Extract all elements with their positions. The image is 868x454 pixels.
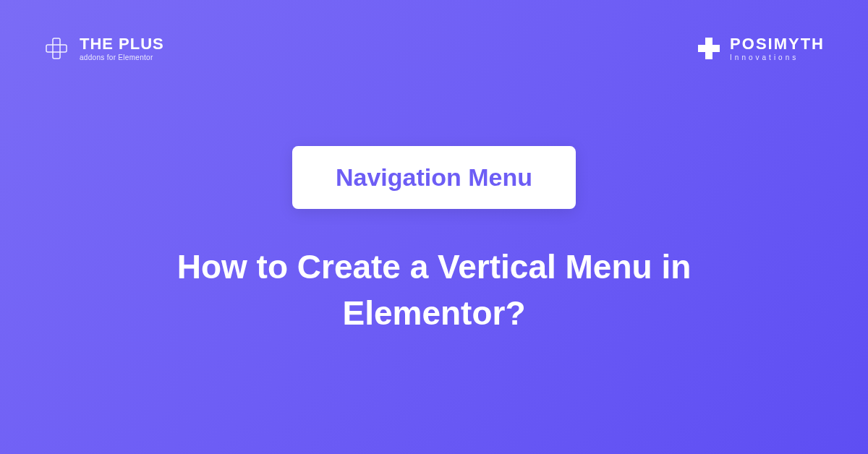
main-content: Navigation Menu How to Create a Vertical… xyxy=(0,146,868,337)
posimyth-logo-text: POSIMYTH Innovations xyxy=(730,35,825,61)
plus-icon xyxy=(43,35,69,61)
posimyth-logo: POSIMYTH Innovations xyxy=(697,35,825,61)
svg-rect-6 xyxy=(705,52,712,59)
svg-rect-1 xyxy=(46,45,67,52)
svg-rect-5 xyxy=(712,45,720,52)
page-title: How to Create a Vertical Menu in Element… xyxy=(109,244,760,337)
the-plus-title: THE PLUS xyxy=(80,35,164,53)
the-plus-subtitle: addons for Elementor xyxy=(80,53,164,61)
svg-rect-0 xyxy=(53,38,60,59)
the-plus-logo-text: THE PLUS addons for Elementor xyxy=(80,35,164,61)
category-badge: Navigation Menu xyxy=(292,146,576,209)
posimyth-subtitle: Innovations xyxy=(730,53,825,61)
header: THE PLUS addons for Elementor POSIMYTH I… xyxy=(0,0,868,61)
the-plus-logo: THE PLUS addons for Elementor xyxy=(43,35,164,61)
svg-rect-4 xyxy=(705,45,712,52)
posimyth-title: POSIMYTH xyxy=(730,35,825,53)
posimyth-icon xyxy=(697,36,721,61)
svg-rect-3 xyxy=(698,45,705,52)
svg-rect-2 xyxy=(705,38,712,45)
